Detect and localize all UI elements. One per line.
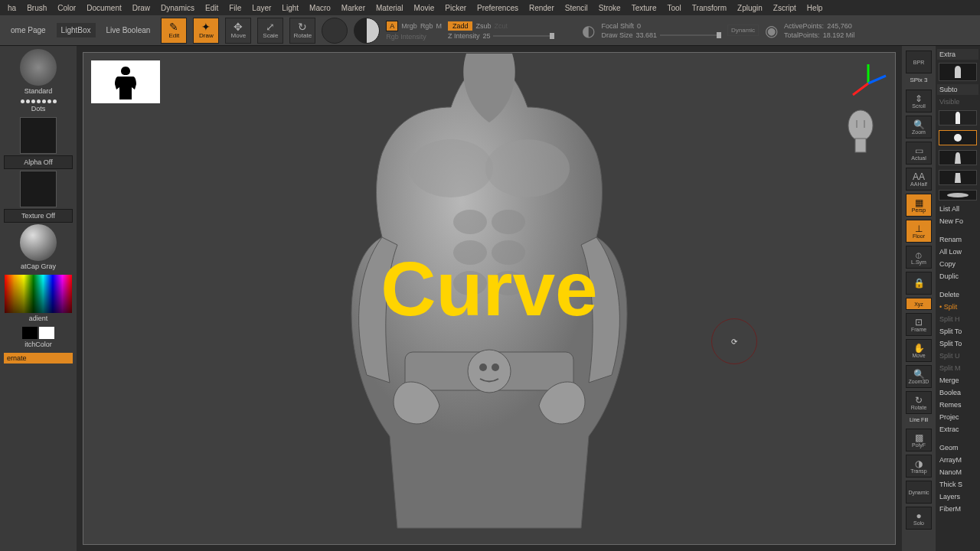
home-page-button[interactable]: ome Page	[6, 23, 51, 37]
new-folder-button[interactable]: New Fo	[937, 216, 978, 227]
alternate-button[interactable]: ernate	[4, 353, 73, 364]
floor-button[interactable]: ⊥Floor	[906, 220, 932, 243]
all-low-button[interactable]: All Low	[937, 246, 978, 257]
menu-item[interactable]: Tool	[662, 2, 685, 14]
mrgb-button[interactable]: Mrgb	[401, 22, 417, 30]
transp-button[interactable]: ◑Transp	[906, 455, 932, 478]
zcut-button[interactable]: Zcut	[494, 22, 508, 30]
spix-label[interactable]: SPix 3	[910, 77, 927, 83]
zoom-button[interactable]: 🔍Zoom	[906, 116, 932, 139]
menu-item[interactable]: Layer	[247, 2, 276, 14]
brush-thumbnail[interactable]	[20, 49, 57, 86]
gizmo-button[interactable]	[322, 18, 348, 44]
list-all-button[interactable]: List All	[937, 204, 978, 214]
linefill-label[interactable]: Line Fill	[910, 417, 928, 422]
lsym-button[interactable]: ⦶L.Sym	[906, 246, 932, 269]
menu-item[interactable]: Material	[371, 2, 408, 14]
split-masked-button[interactable]: Split M	[937, 363, 978, 373]
menu-item[interactable]: File	[224, 2, 246, 14]
alpha-thumbnail[interactable]	[20, 117, 57, 154]
menu-item[interactable]: Brush	[22, 2, 51, 14]
rotate-mode-button[interactable]: ↻Rotate	[289, 18, 315, 44]
material-thumbnail[interactable]	[20, 224, 57, 261]
subtool-row[interactable]	[939, 150, 977, 165]
project-header[interactable]: Projec	[937, 412, 978, 422]
menu-item[interactable]: Edit	[201, 2, 223, 14]
move3d-button[interactable]: ✋Move	[906, 339, 932, 362]
split-to-similar-button[interactable]: Split To	[937, 326, 978, 337]
thickskin-header[interactable]: Thick S	[937, 479, 978, 490]
split-header[interactable]: • Split	[937, 302, 978, 312]
texture-off-button[interactable]: Texture Off	[4, 209, 73, 223]
layers-header[interactable]: Layers	[937, 491, 978, 502]
lock-button[interactable]: 🔒	[906, 272, 932, 295]
actual-button[interactable]: ▭Actual	[906, 142, 932, 165]
document-thumbnail[interactable]	[91, 60, 160, 103]
extract-header[interactable]: Extrac	[937, 424, 978, 435]
menu-item[interactable]: Help	[802, 2, 828, 14]
menu-item[interactable]: Texture	[627, 2, 662, 14]
menu-item[interactable]: Zplugin	[733, 2, 767, 14]
subtool-header[interactable]: Subto	[937, 84, 978, 95]
menu-item[interactable]: Stroke	[594, 2, 626, 14]
menu-item[interactable]: Movie	[410, 2, 439, 14]
menu-item[interactable]: Zscript	[769, 2, 801, 14]
geometry-header[interactable]: Geom	[937, 442, 978, 453]
scroll-button[interactable]: ⇕Scroll	[906, 90, 932, 112]
rgb-button[interactable]: Rgb	[420, 22, 433, 30]
zadd-button[interactable]: Zadd	[448, 21, 473, 31]
stroke-thumbnail[interactable]	[21, 99, 57, 103]
swatch-black[interactable]	[22, 327, 38, 339]
persp-button[interactable]: ▦Persp	[906, 194, 932, 217]
nanomesh-header[interactable]: NanoM	[937, 467, 978, 478]
subtool-row[interactable]	[939, 110, 977, 126]
subtool-row-active[interactable]	[939, 130, 977, 145]
tool-thumbnail[interactable]	[939, 63, 977, 81]
dynamic-button[interactable]: Dynamic	[727, 24, 759, 36]
menu-item[interactable]: ha	[3, 2, 21, 14]
alpha-off-button[interactable]: Alpha Off	[4, 155, 73, 169]
split-to-parts-button[interactable]: Split To	[937, 338, 978, 349]
arraymesh-header[interactable]: ArrayM	[937, 455, 978, 465]
menu-item[interactable]: Transform	[688, 2, 731, 14]
viewport-canvas[interactable]: Curve	[83, 52, 896, 545]
gradient-label[interactable]: adient	[29, 315, 48, 322]
a-button[interactable]: A	[386, 21, 398, 31]
fibermesh-header[interactable]: FiberM	[937, 504, 978, 514]
focal-shift-value[interactable]: 0	[637, 22, 641, 30]
dynamic-shelf-button[interactable]: Dynamic	[906, 481, 932, 504]
zsub-button[interactable]: Zsub	[475, 22, 491, 30]
edit-mode-button[interactable]: ✎Edit	[161, 18, 187, 44]
subtool-row[interactable]	[939, 170, 977, 185]
camera-head-gizmo[interactable]	[841, 106, 880, 160]
draw-size-slider[interactable]	[660, 34, 721, 36]
duplicate-button[interactable]: Duplic	[937, 271, 978, 282]
scale-mode-button[interactable]: ⤢Scale	[257, 18, 283, 44]
subtool-row[interactable]	[939, 190, 977, 201]
color-picker[interactable]	[5, 275, 72, 313]
menu-item[interactable]: Draw	[128, 2, 155, 14]
zoom3d-button[interactable]: 🔍Zoom3D	[906, 365, 932, 388]
move-mode-button[interactable]: ✥Move	[225, 18, 251, 44]
live-boolean-button[interactable]: Live Boolean	[102, 23, 155, 37]
menu-item[interactable]: Stencil	[560, 2, 593, 14]
switch-color-button[interactable]: itchColor	[24, 341, 52, 348]
rotate3d-button[interactable]: ↻Rotate	[906, 391, 932, 414]
split-hidden-button[interactable]: Split H	[937, 314, 978, 324]
merge-header[interactable]: Merge	[937, 375, 978, 386]
copy-button[interactable]: Copy	[937, 259, 978, 269]
menu-item[interactable]: Light	[277, 2, 303, 14]
swatch-white[interactable]	[39, 327, 54, 339]
menu-item[interactable]: Marker	[337, 2, 370, 14]
split-unmasked-button[interactable]: Split U	[937, 350, 978, 361]
xyz-button[interactable]: Xyz	[906, 298, 932, 310]
m-button[interactable]: M	[436, 22, 442, 30]
menu-item[interactable]: Preferences	[472, 2, 523, 14]
draw-mode-button[interactable]: ✦Draw	[193, 18, 219, 44]
remesh-header[interactable]: Remes	[937, 399, 978, 410]
menu-item[interactable]: Render	[524, 2, 559, 14]
lightbox-button[interactable]: LightBox	[57, 23, 96, 37]
menu-item[interactable]: Picker	[440, 2, 471, 14]
menu-item[interactable]: Dynamics	[156, 2, 199, 14]
boolean-header[interactable]: Boolea	[937, 387, 978, 398]
